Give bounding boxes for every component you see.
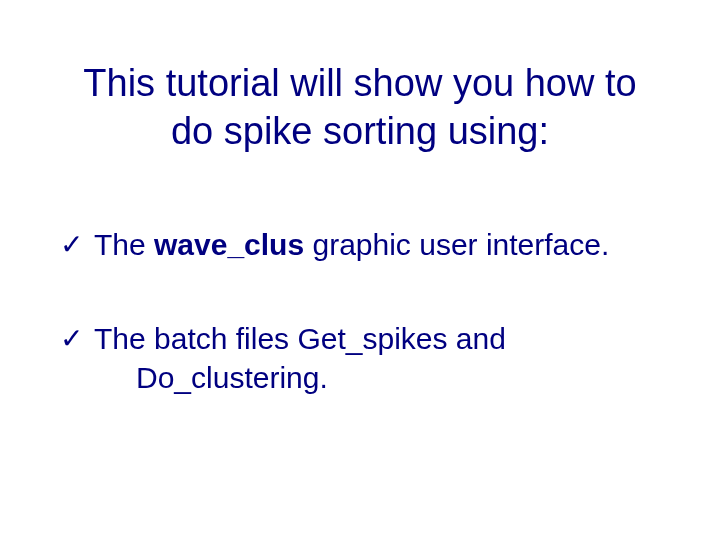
bullet-2-line2-post: . bbox=[319, 361, 327, 394]
bullet-2-line1-mid: and bbox=[448, 322, 506, 355]
title-line-1: This tutorial will show you how to bbox=[83, 62, 636, 104]
bullet-item-2: ✓ The batch files Get_spikes and Do_clus… bbox=[60, 319, 670, 397]
bullet-2-line2-i2: Do_clustering bbox=[136, 361, 319, 394]
bullet-2-line1-i1: Get_spikes bbox=[297, 322, 447, 355]
slide: This tutorial will show you how to do sp… bbox=[0, 0, 720, 540]
checkmark-icon: ✓ bbox=[60, 227, 92, 263]
bullet-1-bold: wave_clus bbox=[154, 228, 304, 261]
bullet-2-line1-pre: The batch files bbox=[94, 322, 297, 355]
bullet-2-text: The batch files Get_spikes and Do_cluste… bbox=[94, 319, 670, 397]
bullet-1-text: The wave_clus graphic user interface. bbox=[94, 225, 670, 264]
title-line-2: do spike sorting using: bbox=[171, 110, 549, 152]
bullet-1-post: graphic user interface. bbox=[304, 228, 609, 261]
slide-title: This tutorial will show you how to do sp… bbox=[0, 60, 720, 155]
bullet-2-line2-wrap: Do_clustering. bbox=[94, 358, 670, 397]
bullet-list: ✓ The wave_clus graphic user interface. … bbox=[60, 225, 670, 452]
checkmark-icon: ✓ bbox=[60, 321, 92, 357]
bullet-1-pre: The bbox=[94, 228, 154, 261]
bullet-item-1: ✓ The wave_clus graphic user interface. bbox=[60, 225, 670, 264]
